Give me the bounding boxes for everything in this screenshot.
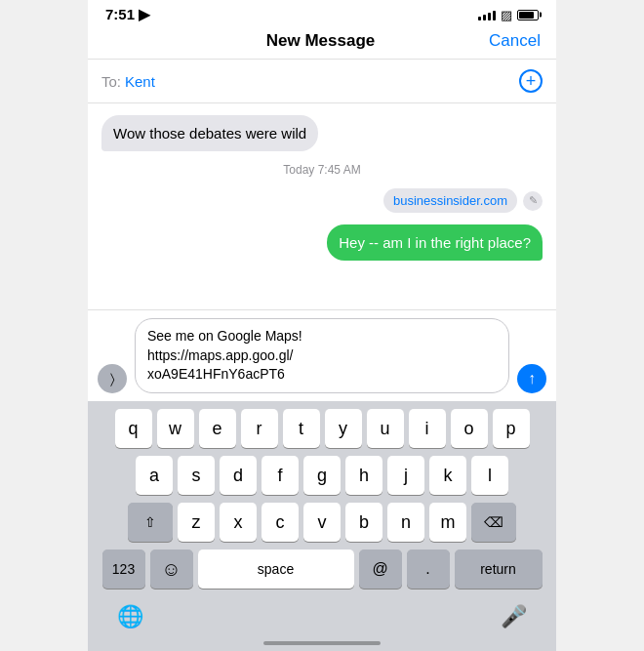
key-j[interactable]: j <box>387 456 424 495</box>
to-recipient[interactable]: Kent <box>125 73 519 90</box>
outgoing-bubble-wrapper: Hey -- am I in the right place? <box>101 224 543 261</box>
keyboard-row-2: a s d f g h j k l <box>92 456 552 495</box>
return-key[interactable]: return <box>455 549 543 589</box>
key-d[interactable]: d <box>220 456 257 495</box>
key-h[interactable]: h <box>345 456 382 495</box>
link-preview-pill[interactable]: businessinsider.com <box>383 188 517 213</box>
keyboard-row-4: 123 ☺ space @ . return <box>92 549 552 589</box>
key-n[interactable]: n <box>387 503 424 542</box>
cancel-button[interactable]: Cancel <box>489 31 541 51</box>
input-area: 〉 See me on Google Maps!https://maps.app… <box>88 309 556 401</box>
status-icons: ▨ <box>478 8 539 22</box>
battery-icon <box>517 10 539 20</box>
key-l[interactable]: l <box>471 456 508 495</box>
link-url-text: businessinsider.com <box>393 193 507 208</box>
home-indicator <box>88 641 556 651</box>
key-z[interactable]: z <box>178 503 215 542</box>
outgoing-message-text: Hey -- am I in the right place? <box>339 234 531 251</box>
signal-bars <box>478 9 496 20</box>
space-key[interactable]: space <box>198 549 354 589</box>
key-b[interactable]: b <box>345 503 382 542</box>
key-g[interactable]: g <box>303 456 341 495</box>
key-e[interactable]: e <box>199 409 236 448</box>
message-bubble-wrapper: Wow those debates were wild <box>101 115 543 151</box>
key-u[interactable]: u <box>367 409 404 448</box>
to-label: To: <box>101 73 121 90</box>
key-k[interactable]: k <box>429 456 466 495</box>
numbers-key[interactable]: 123 <box>102 549 145 589</box>
shift-key[interactable]: ⇧ <box>128 503 173 542</box>
messages-area: Wow those debates were wild Today 7:45 A… <box>88 103 556 309</box>
key-v[interactable]: v <box>303 503 341 542</box>
status-time: 7:51 ▶ <box>105 6 150 23</box>
key-q[interactable]: q <box>115 409 152 448</box>
message-input[interactable]: See me on Google Maps!https://maps.app.g… <box>135 318 509 393</box>
bottom-bar: 🌐 🎤 <box>88 600 556 641</box>
keyboard: q w e r t y u i o p a s d f g h j k l ⇧ … <box>88 401 556 600</box>
wifi-icon: ▨ <box>501 8 512 22</box>
incoming-bubble: Wow those debates were wild <box>101 115 318 151</box>
key-a[interactable]: a <box>136 456 173 495</box>
key-r[interactable]: r <box>241 409 278 448</box>
key-x[interactable]: x <box>220 503 257 542</box>
link-preview: businessinsider.com ✎ <box>101 188 543 213</box>
backspace-key[interactable]: ⌫ <box>471 503 516 542</box>
nav-title: New Message <box>266 31 376 51</box>
key-t[interactable]: t <box>283 409 320 448</box>
key-s[interactable]: s <box>178 456 215 495</box>
key-c[interactable]: c <box>262 503 299 542</box>
send-button[interactable]: ↑ <box>517 364 546 393</box>
key-y[interactable]: y <box>325 409 362 448</box>
key-m[interactable]: m <box>429 503 466 542</box>
key-i[interactable]: i <box>409 409 446 448</box>
expand-button[interactable]: 〉 <box>98 364 127 393</box>
at-key[interactable]: @ <box>359 549 402 589</box>
keyboard-row-1: q w e r t y u i o p <box>92 409 552 448</box>
period-key[interactable]: . <box>407 549 450 589</box>
key-w[interactable]: w <box>157 409 194 448</box>
status-bar: 7:51 ▶ ▨ <box>88 0 556 27</box>
keyboard-row-3: ⇧ z x c v b n m ⌫ <box>92 503 552 542</box>
key-f[interactable]: f <box>262 456 299 495</box>
microphone-icon[interactable]: 🎤 <box>501 604 527 630</box>
key-o[interactable]: o <box>451 409 488 448</box>
key-p[interactable]: p <box>493 409 530 448</box>
add-recipient-button[interactable]: + <box>519 69 543 93</box>
incoming-message-text: Wow those debates were wild <box>113 125 306 142</box>
emoji-key[interactable]: ☺ <box>150 549 193 589</box>
to-field: To: Kent + <box>88 60 556 103</box>
link-open-icon[interactable]: ✎ <box>523 191 543 211</box>
timestamp: Today 7:45 AM <box>101 163 543 177</box>
phone-frame: 7:51 ▶ ▨ New Message Cancel To: Kent + <box>88 0 556 651</box>
globe-icon[interactable]: 🌐 <box>117 604 143 630</box>
home-bar <box>263 641 381 645</box>
outgoing-bubble: Hey -- am I in the right place? <box>327 224 543 261</box>
nav-bar: New Message Cancel <box>88 27 556 60</box>
